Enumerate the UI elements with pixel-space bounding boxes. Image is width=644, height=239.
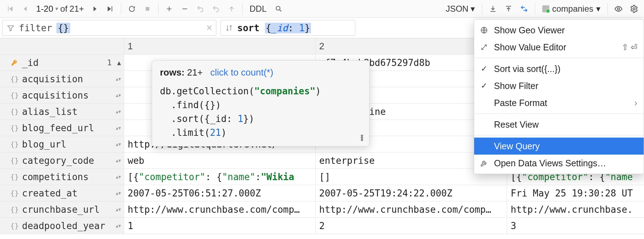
count-link[interactable]: click to count(*) [210, 67, 273, 78]
data-cell[interactable]: http://www.crunchbase.com/comp… [316, 201, 507, 218]
last-page-button[interactable] [103, 2, 117, 16]
key-icon [11, 59, 18, 67]
data-cell[interactable]: http://www.crunchbase. [507, 201, 644, 218]
braces-icon: {} [11, 91, 18, 99]
reload-button[interactable] [125, 2, 139, 16]
data-cell[interactable]: Fri May 25 19:30:28 UT [507, 185, 644, 201]
data-cell[interactable]: 3 [507, 218, 644, 234]
check-icon: ✓ [479, 64, 489, 73]
filter-icon [7, 24, 15, 32]
clear-filter-icon[interactable]: ✕ [206, 23, 212, 33]
kebab-icon[interactable]: ••• [361, 135, 363, 141]
data-cell[interactable]: web [124, 152, 316, 169]
first-page-button[interactable] [3, 2, 17, 16]
toolbar: 1-20 ▾ of 21+ DDL JSON ▾ [0, 0, 644, 18]
view-options-menu: Show Geo Viewer Show Value Editor ⇧ ⏎ ✓ … [474, 19, 644, 174]
braces-icon: {} [11, 75, 18, 83]
search-button[interactable] [272, 2, 286, 16]
compare-button[interactable] [517, 2, 531, 16]
chevron-down-icon: ▾ [55, 5, 58, 12]
rows-value: 21+ [187, 67, 203, 78]
row-header[interactable]: {} blog_url ▲▼ [7, 136, 124, 152]
menu-show-filter[interactable]: ✓ Show Filter [474, 77, 644, 94]
row-header[interactable]: {} crunchbase_url ▲▼ [7, 201, 124, 218]
output-format-label: JSON [446, 4, 468, 14]
pager-total: 21+ [70, 4, 84, 14]
filter-box[interactable]: filter {} ✕ [2, 20, 216, 36]
braces-icon: {} [11, 124, 18, 132]
prev-page-button[interactable] [18, 2, 33, 16]
menu-view-query[interactable]: View Query [474, 138, 644, 155]
expand-icon [479, 44, 489, 51]
pager[interactable]: 1-20 ▾ of 21+ [34, 4, 86, 14]
query-popover: rows: 21+ click to count(*) db.getCollec… [152, 60, 370, 146]
row-header[interactable]: {} deadpooled_year ▲▼ [7, 218, 124, 234]
globe-icon [479, 26, 489, 34]
output-format-select[interactable]: JSON ▾ [442, 4, 478, 14]
row-header[interactable]: {} category_code ▲▼ [7, 152, 124, 169]
sort-asc-icon [117, 61, 121, 65]
menu-reset-view[interactable]: Reset View [474, 116, 644, 133]
commit-button[interactable] [209, 2, 223, 16]
rows-label: rows: [160, 67, 184, 78]
braces-icon: {} [11, 140, 18, 148]
collection-name: companies [552, 4, 593, 14]
row-header[interactable]: {} acquisition ▲▼ [7, 71, 124, 87]
braces-icon: {} [11, 222, 18, 230]
row-header[interactable]: {} acquisitions ▲▼ [7, 87, 124, 104]
data-cell[interactable]: [{"competitor": {"name": "Wikia [124, 169, 316, 185]
remove-row-button[interactable] [178, 2, 192, 16]
data-cell[interactable]: 2007-05-25T19:24:22.000Z [316, 185, 507, 201]
grid-corner [0, 38, 7, 55]
braces-icon: {} [11, 173, 18, 181]
data-cell[interactable]: 2 [316, 218, 507, 234]
svg-rect-0 [146, 7, 150, 11]
data-cell[interactable]: http://www.crunchbase.com/comp… [124, 201, 316, 218]
next-page-button[interactable] [88, 2, 102, 16]
row-header-id[interactable]: _id 1 [7, 55, 124, 71]
svg-point-3 [633, 8, 635, 10]
wrench-icon [479, 159, 489, 167]
menu-separator [474, 113, 644, 114]
eye-button[interactable] [611, 2, 626, 16]
pager-range: 1-20 [36, 4, 53, 14]
column-header[interactable]: 1 [124, 38, 316, 55]
row-header[interactable]: {} alias_list ▲▼ [7, 104, 124, 120]
import-button[interactable] [501, 2, 516, 16]
row-header[interactable]: {} competitions ▲▼ [7, 169, 124, 185]
chevron-down-icon: ▾ [471, 4, 475, 14]
data-cell[interactable]: 1 [124, 218, 316, 234]
pager-of: of [60, 4, 67, 14]
menu-sort-via-sort[interactable]: ✓ Sort via sort({...}) [474, 60, 644, 77]
add-row-button[interactable] [162, 2, 176, 16]
collection-selector[interactable]: companies ▾ [539, 4, 604, 14]
data-cell[interactable]: 2007-05-25T06:51:27.000Z [124, 185, 316, 201]
row-header[interactable]: {} blog_feed_url ▲▼ [7, 120, 124, 136]
ddl-label[interactable]: DDL [246, 4, 270, 14]
filter-value: {} [56, 23, 70, 33]
menu-separator [474, 58, 644, 58]
braces-icon: {} [11, 108, 18, 116]
menu-show-value-editor[interactable]: Show Value Editor ⇧ ⏎ [474, 39, 644, 56]
row-header[interactable]: {} created_at ▲▼ [7, 185, 124, 201]
braces-icon: {} [11, 157, 18, 165]
sort-icon [225, 24, 233, 32]
menu-separator [474, 135, 644, 135]
submit-button[interactable] [224, 2, 239, 16]
menu-open-settings[interactable]: Open Data Views Settings… [474, 155, 644, 172]
svg-point-2 [617, 8, 620, 10]
sort-expression: sort {_id: 1} [237, 23, 311, 33]
braces-icon: {} [11, 206, 18, 213]
sort-box[interactable]: sort {_id: 1} [221, 20, 355, 36]
shortcut: ⇧ ⏎ [622, 43, 637, 52]
stop-button[interactable] [140, 2, 155, 16]
settings-button[interactable] [627, 2, 641, 16]
revert-button[interactable] [193, 2, 207, 16]
filter-label: filter [19, 23, 52, 33]
check-icon: ✓ [479, 81, 489, 90]
export-button[interactable] [486, 2, 500, 16]
menu-show-geo-viewer[interactable]: Show Geo Viewer [474, 22, 644, 39]
svg-point-1 [276, 6, 280, 10]
grid-corner [7, 38, 124, 55]
menu-paste-format[interactable]: Paste Format › [474, 94, 644, 111]
